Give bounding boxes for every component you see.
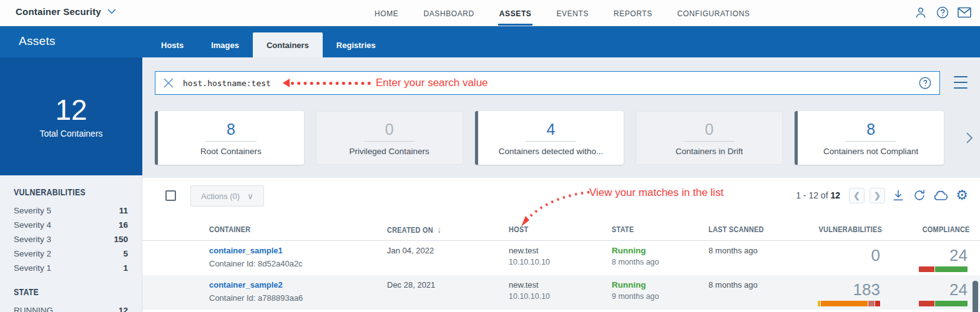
download-icon[interactable]	[890, 187, 906, 203]
card-count: 8	[845, 120, 896, 142]
container-id: Container Id: a788893aa6	[209, 293, 387, 303]
product-name: Container Security	[16, 6, 101, 17]
nav-assets[interactable]: ASSETS	[498, 1, 533, 26]
filter-state-running[interactable]: RUNNING 12	[14, 303, 128, 312]
actions-dropdown[interactable]: Actions (0) ∨	[190, 185, 264, 207]
top-bar: Container Security HOME DASHBOARD ASSETS…	[0, 0, 980, 26]
filter-severity-3[interactable]: Severity 3 150	[14, 232, 128, 246]
main-content: host.hostname:test Enter your search val…	[142, 57, 980, 312]
page-next-icon[interactable]: ❯	[870, 188, 885, 203]
state-badge: Running	[612, 246, 708, 255]
col-state[interactable]: STATE	[612, 225, 693, 234]
total-containers-count: 12	[55, 94, 87, 126]
vulnerabilities-cell: 183	[783, 275, 893, 310]
col-last-scanned[interactable]: LAST SCANNED	[708, 225, 772, 234]
assets-header-bar: Assets Hosts Images Containers Registrie…	[0, 26, 980, 57]
table-header-row: CONTAINER CREATED ON↓ HOST STATE LAST SC…	[142, 218, 980, 241]
page-previous-icon[interactable]: ❮	[849, 188, 865, 203]
host-ip: 10.10.10.10	[509, 292, 612, 301]
chevron-down-icon: ∨	[247, 192, 253, 201]
card-count: 8	[205, 120, 257, 142]
chevron-down-icon	[107, 9, 116, 14]
card-label: Containers in Drift	[675, 147, 743, 156]
container-security-app: Container Security HOME DASHBOARD ASSETS…	[0, 0, 980, 312]
pagination-total: 12	[830, 190, 840, 200]
col-compliance[interactable]: COMPLIANCE	[922, 225, 980, 234]
host-cell: new.test 10.10.10.10	[509, 241, 612, 275]
filter-count: 12	[119, 306, 128, 312]
sidebar: 12 Total Containers VULNERABILITIES Seve…	[0, 57, 142, 312]
nav-reports[interactable]: REPORTS	[612, 1, 654, 26]
search-row: host.hostname:test Enter your search val…	[155, 71, 968, 95]
card-containers-detected[interactable]: 4 Containers detected witho...	[475, 111, 624, 165]
filter-severity-5[interactable]: Severity 5 11	[14, 203, 128, 218]
card-label: Containers not Compliant	[823, 147, 918, 156]
compliance-bar	[919, 266, 968, 272]
filter-count: 1	[123, 263, 128, 273]
col-vulnerabilities[interactable]: VULNERABILITIES	[819, 225, 893, 234]
product-switcher[interactable]: Container Security	[16, 6, 116, 17]
state-filter-section: STATE RUNNING 12	[0, 275, 142, 312]
user-icon[interactable]	[913, 4, 929, 21]
total-containers-panel[interactable]: 12 Total Containers	[0, 57, 142, 175]
cards-next-icon[interactable]	[963, 129, 976, 147]
vulnerabilities-count: 183	[783, 280, 880, 298]
clear-search-icon[interactable]	[163, 77, 174, 89]
settings-gear-icon[interactable]: ⚙	[954, 187, 970, 203]
card-label: Root Containers	[200, 147, 262, 156]
compliance-count: 24	[893, 246, 968, 263]
filter-label: Severity 4	[14, 220, 51, 230]
vulnerabilities-bar	[818, 301, 880, 306]
state-cell: Running 9 months ago	[612, 275, 708, 310]
containers-table-panel: Actions (0) ∨ View your matches in the l…	[142, 178, 980, 312]
vertical-scrollbar[interactable]	[973, 281, 978, 312]
card-containers-not-compliant[interactable]: 8 Containers not Compliant	[795, 111, 944, 165]
table-row[interactable]: container_sample1 Container Id: 8d52a40a…	[142, 241, 980, 275]
container-link[interactable]: container_sample2	[209, 280, 283, 290]
card-containers-in-drift[interactable]: 0 Containers in Drift	[635, 111, 783, 165]
total-containers-label: Total Containers	[39, 129, 102, 139]
card-privileged-containers[interactable]: 0 Privileged Containers	[316, 111, 463, 165]
search-query-text: host.hostname:test	[183, 79, 271, 88]
vulnerabilities-section-title: VULNERABILITIES	[14, 187, 107, 197]
select-all-checkbox[interactable]	[165, 190, 176, 201]
sort-descending-icon[interactable]: ↓	[438, 225, 441, 235]
nav-home[interactable]: HOME	[373, 1, 399, 26]
card-count: 4	[526, 120, 577, 142]
card-root-containers[interactable]: 8 Root Containers	[155, 111, 304, 165]
refresh-icon[interactable]	[911, 187, 928, 203]
filter-label: Severity 3	[14, 235, 51, 244]
summary-cards: 8 Root Containers 0 Privileged Container…	[155, 111, 944, 165]
col-container[interactable]: CONTAINER	[209, 225, 358, 234]
card-label: Privileged Containers	[350, 147, 429, 156]
nav-events[interactable]: EVENTS	[555, 1, 590, 26]
search-input[interactable]: host.hostname:test	[155, 71, 940, 95]
card-label: Containers detected witho...	[499, 147, 603, 156]
container-link[interactable]: container_sample1	[209, 246, 283, 255]
tab-registries[interactable]: Registries	[323, 32, 390, 57]
filter-count: 5	[123, 249, 128, 258]
page-title: Assets	[19, 34, 56, 48]
vulnerabilities-cell: 0	[783, 241, 893, 275]
state-cell: Running 8 months ago	[612, 241, 708, 275]
filter-severity-4[interactable]: Severity 4 16	[14, 218, 128, 232]
nav-configurations[interactable]: CONFIGURATIONS	[676, 1, 751, 26]
col-host[interactable]: HOST	[509, 225, 595, 234]
pagination-range: 1 - 12 of 12	[796, 190, 840, 200]
tab-images[interactable]: Images	[197, 32, 253, 57]
mail-icon[interactable]	[956, 4, 973, 21]
table-row[interactable]: container_sample2 Container Id: a788893a…	[142, 275, 980, 310]
cloud-icon[interactable]	[933, 187, 949, 203]
menu-icon[interactable]	[954, 76, 968, 89]
help-icon[interactable]	[934, 4, 951, 21]
nav-dashboard[interactable]: DASHBOARD	[422, 1, 475, 26]
vulnerabilities-count: 0	[783, 246, 880, 263]
state-age: 8 months ago	[612, 258, 708, 266]
col-created-on[interactable]: CREATED ON↓	[387, 225, 489, 235]
tab-hosts[interactable]: Hosts	[147, 32, 197, 57]
filter-severity-2[interactable]: Severity 2 5	[14, 246, 128, 261]
compliance-cell: 24	[893, 241, 980, 275]
filter-severity-1[interactable]: Severity 1 1	[14, 261, 128, 275]
tab-containers[interactable]: Containers	[253, 32, 323, 57]
search-help-icon[interactable]	[918, 76, 932, 90]
